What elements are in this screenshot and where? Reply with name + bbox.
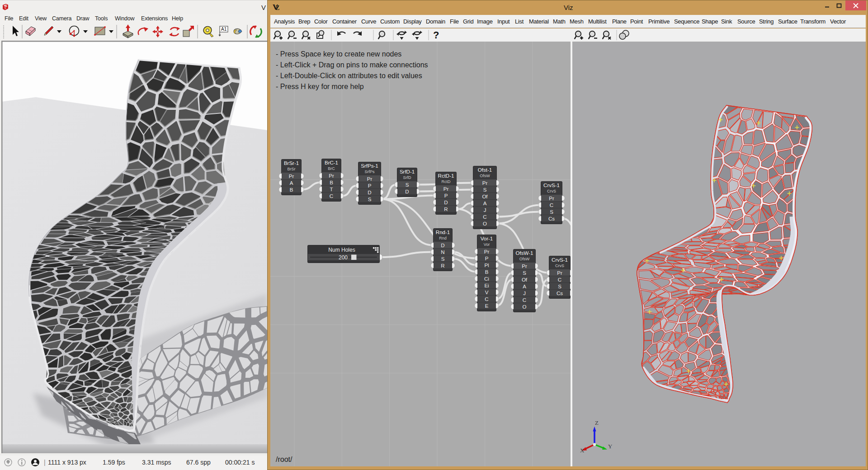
svg-text:BrC: BrC <box>328 166 335 171</box>
svg-text:- Press H key for more help: - Press H key for more help <box>276 83 364 90</box>
svg-text:P: P <box>485 256 489 261</box>
svg-text:Vor: Vor <box>484 242 490 247</box>
svg-text:SrfD-1: SrfD-1 <box>400 169 415 174</box>
svg-text:A: A <box>523 284 526 289</box>
svg-text:X: X <box>580 447 585 454</box>
svg-text:T: T <box>330 187 333 192</box>
svg-text:A: A <box>290 180 293 186</box>
svg-text:CrvS-1: CrvS-1 <box>552 257 568 263</box>
svg-text:B: B <box>290 187 293 193</box>
svg-text:Of: Of <box>522 277 528 282</box>
svg-text:O: O <box>523 304 527 310</box>
svg-text:RctD-1: RctD-1 <box>438 173 454 179</box>
svg-text:C: C <box>523 297 526 303</box>
svg-text:RctD: RctD <box>442 179 451 184</box>
svg-text:Of: Of <box>482 194 488 199</box>
svg-text:OfsW-1: OfsW-1 <box>516 250 533 256</box>
svg-text:Num Holes: Num Holes <box>328 247 355 253</box>
svg-text:C: C <box>485 296 488 302</box>
svg-text:Ci: Ci <box>484 276 489 282</box>
svg-text:D: D <box>444 200 448 205</box>
svg-text:B: B <box>485 269 489 275</box>
svg-text:C: C <box>483 214 486 220</box>
svg-text:SrfPs: SrfPs <box>364 169 375 174</box>
svg-text:CrvS: CrvS <box>547 189 556 193</box>
svg-text:S: S <box>558 284 561 289</box>
svg-text:Cs: Cs <box>548 216 555 221</box>
svg-text:C: C <box>550 202 553 208</box>
svg-text:J: J <box>523 291 526 296</box>
svg-text:- Left-Double-Click on attribu: - Left-Double-Click on attributes to edi… <box>276 72 422 80</box>
svg-text:Pr: Pr <box>329 173 334 179</box>
svg-text:/root/: /root/ <box>276 456 292 463</box>
svg-text:SrfD: SrfD <box>403 175 412 180</box>
svg-text:O: O <box>483 221 487 226</box>
svg-text:Pr: Pr <box>289 174 294 179</box>
svg-text:Pr: Pr <box>482 180 488 186</box>
svg-text:- Press Space key to create ne: - Press Space key to create new nodes <box>276 50 401 58</box>
svg-text:Vor-1: Vor-1 <box>481 236 493 241</box>
svg-text:C: C <box>558 277 561 282</box>
svg-text:BrC-1: BrC-1 <box>325 160 338 165</box>
svg-text:Ei: Ei <box>484 283 489 288</box>
svg-text:P: P <box>444 193 448 198</box>
svg-text:R: R <box>444 207 448 212</box>
svg-text:SrfPs-1: SrfPs-1 <box>361 163 378 169</box>
svg-text:Pr: Pr <box>557 270 562 276</box>
svg-text:- Left-Click + Drag on pins to: - Left-Click + Drag on pins to make conn… <box>276 61 428 69</box>
svg-text:CrvS-1: CrvS-1 <box>543 183 560 188</box>
svg-text:N: N <box>441 249 444 255</box>
svg-text:E: E <box>485 303 489 309</box>
svg-text:D: D <box>441 243 444 248</box>
svg-text:BrSr-1: BrSr-1 <box>284 160 299 166</box>
svg-text:C: C <box>330 193 333 199</box>
svg-text:Pr: Pr <box>549 196 554 201</box>
svg-text:Cs: Cs <box>557 291 563 296</box>
svg-text:S: S <box>406 182 409 188</box>
svg-text:Rnd: Rnd <box>439 236 447 240</box>
svg-text:?: ? <box>433 29 439 41</box>
svg-text:V: V <box>485 290 489 295</box>
svg-text:A: A <box>483 201 487 206</box>
svg-text:J: J <box>484 207 486 213</box>
svg-text:Z: Z <box>595 419 599 426</box>
svg-text:S: S <box>368 197 372 202</box>
svg-text:Pr: Pr <box>522 263 527 269</box>
svg-text:Y: Y <box>608 443 613 450</box>
svg-text:Pr: Pr <box>367 176 373 182</box>
svg-text:OfsW: OfsW <box>480 174 490 178</box>
svg-text:Pl: Pl <box>484 263 489 268</box>
svg-text:A1: A1 <box>221 27 227 32</box>
svg-text:D: D <box>368 190 371 195</box>
svg-text:S: S <box>523 270 526 276</box>
svg-text:D: D <box>405 189 409 194</box>
svg-text:OfsW: OfsW <box>519 257 530 261</box>
svg-text:B: B <box>330 180 333 185</box>
svg-text:Rnd-1: Rnd-1 <box>436 230 450 235</box>
svg-text:R: R <box>441 263 444 268</box>
svg-text:Ofst-1: Ofst-1 <box>478 167 492 173</box>
svg-text:S: S <box>550 209 553 215</box>
svg-text:Pr: Pr <box>484 249 490 254</box>
svg-text:CrvS: CrvS <box>555 263 564 268</box>
svg-text:S: S <box>441 256 445 262</box>
svg-text:200: 200 <box>339 254 348 261</box>
svg-text:S: S <box>483 187 487 193</box>
svg-text:P: P <box>368 183 372 188</box>
svg-text:BrSr: BrSr <box>288 167 296 171</box>
svg-text:Pr: Pr <box>443 186 449 192</box>
